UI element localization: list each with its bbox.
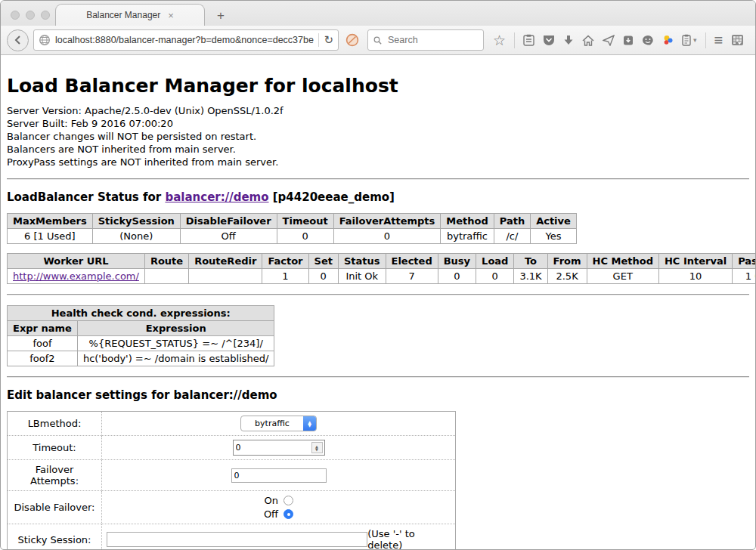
clipboard-extension-icon[interactable]: ▾ [682, 34, 697, 46]
toolbar-divider [514, 32, 515, 48]
col-path: Path [494, 214, 530, 229]
balancer-status-table: MaxMembers StickySession DisableFailover… [7, 213, 577, 244]
section-divider [7, 178, 749, 180]
page-title: Load Balancer Manager for localhost [7, 75, 749, 97]
tab-title: Balancer Manager [86, 10, 160, 20]
timeout-label: Timeout: [8, 436, 102, 460]
zoom-window-button[interactable] [41, 11, 50, 20]
edit-balancer-heading: Edit balancer settings for balancer://de… [7, 388, 749, 402]
col-busy: Busy [438, 254, 476, 269]
lbmethod-select[interactable]: bytraffic ▲▼ [240, 416, 317, 431]
pocket-icon[interactable] [543, 35, 555, 46]
toolbar-icons: ☆ ▾ ≡ [493, 32, 744, 48]
server-info: Server Version: Apache/2.5.0-dev (Unix) … [7, 104, 749, 168]
section-divider [7, 294, 749, 295]
col-status: Status [338, 254, 386, 269]
search-icon [373, 36, 382, 45]
col-stickysession: StickySession [92, 214, 180, 229]
col-routeredir: RouteRedir [189, 254, 262, 269]
reload-icon[interactable]: ↻ [324, 33, 333, 47]
proxypass-note: ProxyPass settings are NOT inherited fro… [7, 156, 749, 168]
bookmark-star-icon[interactable]: ☆ [493, 33, 506, 48]
expr-row: foof2 hc('body') =~ /domain is establish… [8, 351, 274, 366]
col-disablefailover: DisableFailover [180, 214, 277, 229]
worker-table: Worker URL Route RouteRedir Factor Set S… [7, 253, 756, 284]
menu-hamburger-icon[interactable]: ≡ [714, 32, 723, 48]
window-controls [11, 11, 50, 20]
reading-list-icon[interactable] [523, 34, 534, 46]
number-spinner-icon[interactable]: ▲▼ [311, 442, 323, 453]
url-text[interactable]: localhost:8880/balancer-manager?b=demo&n… [55, 35, 314, 45]
worker-url-link[interactable]: http://www.example.com/ [13, 270, 139, 282]
col-expr-name: Expr name [8, 321, 78, 336]
persist-note: Balancer changes will NOT be persisted o… [7, 130, 749, 143]
expr-row: foof %{REQUEST_STATUS} =~ /^[234]/ [8, 336, 274, 351]
disable-failover-label: Disable Failover: [8, 491, 102, 524]
content-blocked-icon[interactable] [345, 33, 359, 47]
col-active: Active [531, 214, 577, 229]
home-icon[interactable] [582, 35, 594, 46]
chevron-down-icon[interactable]: ▾ [693, 36, 697, 44]
grid-extension-icon[interactable] [731, 34, 744, 46]
col-worker-url: Worker URL [8, 254, 145, 269]
col-from: From [547, 254, 587, 269]
tab-balancer-manager[interactable]: Balancer Manager × [55, 4, 205, 26]
send-icon[interactable] [603, 35, 615, 46]
form-row-failover-attempts: Failover Attempts: [8, 460, 456, 491]
toolbar-divider [705, 32, 706, 48]
col-method: Method [441, 214, 494, 229]
col-expression: Expression [77, 321, 274, 336]
navigation-toolbar: localhost:8880/balancer-manager?b=demo&n… [1, 26, 755, 55]
form-row-sticky-session: Sticky Session: (Use '-' to delete) [8, 524, 456, 550]
status-heading-suffix: [p4420eeae_demo] [269, 190, 395, 204]
timeout-input-wrap: ▲▼ [233, 440, 325, 456]
url-bar[interactable]: localhost:8880/balancer-manager?b=demo&n… [33, 29, 339, 51]
inherit-note: Balancers are NOT inherited from main se… [7, 143, 749, 156]
disable-failover-off-radio[interactable] [284, 509, 293, 519]
disable-failover-on-radio[interactable] [284, 496, 293, 505]
globe-icon [39, 34, 51, 46]
timeout-input[interactable] [234, 443, 311, 453]
failover-attempts-input[interactable] [231, 468, 327, 483]
health-table-title: Health check cond. expressions: [8, 306, 274, 321]
new-tab-button[interactable]: + [217, 9, 225, 22]
back-button[interactable] [7, 29, 29, 51]
close-tab-icon[interactable]: × [168, 11, 174, 20]
back-arrow-icon [14, 36, 23, 45]
minimize-window-button[interactable] [26, 11, 35, 20]
page-content: Load Balancer Manager for localhost Serv… [1, 55, 755, 550]
table-title-row: Health check cond. expressions: [8, 306, 274, 321]
col-maxmembers: MaxMembers [8, 214, 93, 229]
sticky-session-label: Sticky Session: [8, 524, 102, 550]
table-row: 6 [1 Used] (None) Off 0 0 bytraffic /c/ … [8, 229, 577, 244]
sticky-session-hint: (Use '-' to delete) [367, 528, 451, 550]
health-check-table: Health check cond. expressions: Expr nam… [7, 305, 274, 366]
col-load: Load [476, 254, 514, 269]
balancer-settings-form: LBmethod: bytraffic ▲▼ Timeout: ▲▼ Failo… [7, 411, 456, 550]
search-box[interactable] [367, 29, 484, 51]
search-input[interactable] [386, 34, 478, 46]
form-row-timeout: Timeout: ▲▼ [8, 436, 456, 460]
table-header-row: Expr name Expression [8, 321, 274, 336]
downloads-icon[interactable] [563, 35, 574, 46]
lbmethod-selected-value: bytraffic [241, 416, 303, 431]
radio-off-label: Off [264, 508, 278, 520]
colorful-dots-extension-icon[interactable] [662, 35, 674, 46]
status-heading-prefix: LoadBalancer Status for [7, 190, 165, 204]
feedback-smiley-icon[interactable] [642, 35, 654, 46]
tab-bar: Balancer Manager × + [1, 1, 755, 26]
failover-attempts-label: Failover Attempts: [8, 460, 102, 491]
table-header-row: Worker URL Route RouteRedir Factor Set S… [8, 254, 756, 269]
lbmethod-label: LBmethod: [8, 412, 102, 436]
sticky-session-input[interactable] [107, 532, 367, 547]
radio-on-label: On [264, 495, 278, 506]
save-to-device-icon[interactable] [623, 35, 634, 46]
col-hc-interval: HC Interval [658, 254, 732, 269]
col-hc-method: HC Method [587, 254, 658, 269]
close-window-button[interactable] [11, 11, 20, 20]
section-divider [7, 376, 749, 378]
balancer-demo-link[interactable]: balancer://demo [165, 190, 268, 204]
loadbalancer-status-heading: LoadBalancer Status for balancer://demo … [7, 190, 749, 204]
form-row-disable-failover: Disable Failover: On Off [8, 491, 456, 524]
server-version: Server Version: Apache/2.5.0-dev (Unix) … [7, 104, 749, 117]
